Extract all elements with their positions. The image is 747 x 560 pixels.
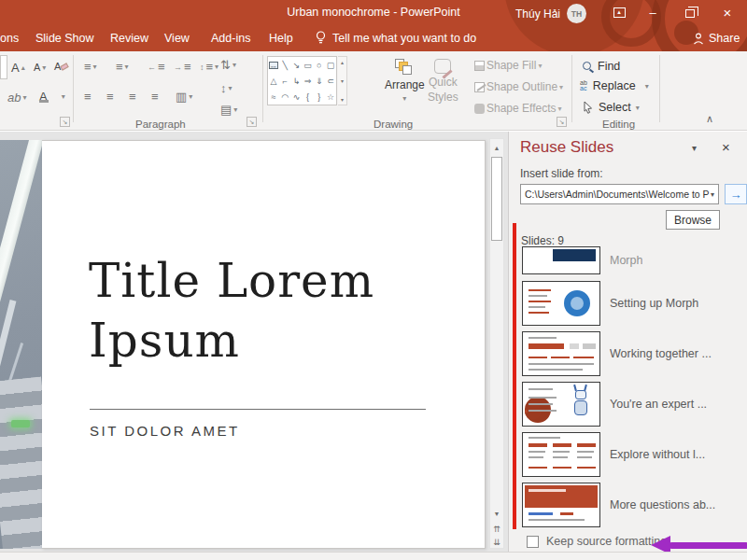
tab-slide-show[interactable]: Slide Show xyxy=(35,32,94,45)
tab-review[interactable]: Review xyxy=(110,32,148,45)
close-button[interactable]: × xyxy=(712,0,743,24)
tab-help[interactable]: Help xyxy=(269,32,293,45)
shapes-gallery-scroll[interactable]: ▴ ▾ ▾ xyxy=(338,56,347,105)
slide-subtitle[interactable]: SIT DOLOR AMET xyxy=(90,423,240,439)
keep-source-formatting-option[interactable]: Keep source formatting xyxy=(527,535,667,548)
elbow-connector-shape-icon[interactable]: ⌐ xyxy=(283,77,288,86)
elbow-arrow-connector-shape-icon[interactable]: ↳ xyxy=(293,77,301,86)
scroll-down-button[interactable]: ▼ xyxy=(490,507,503,521)
select-button[interactable]: Select ▾ xyxy=(583,101,640,114)
list-item[interactable]: Morph xyxy=(522,246,742,274)
align-center-button[interactable]: ≡ xyxy=(106,90,114,104)
shrink-font-button[interactable]: A▾ xyxy=(34,62,46,73)
line-spacing-button[interactable]: ↕≡▾ xyxy=(200,60,218,74)
slide-thumbnail[interactable] xyxy=(522,281,600,326)
slide-title[interactable]: Title Lorem Ipsum xyxy=(89,251,374,371)
clear-formatting-button[interactable]: A xyxy=(54,61,68,72)
list-item[interactable]: Setting up Morph xyxy=(522,281,742,326)
left-brace-shape-icon[interactable]: { xyxy=(306,92,309,102)
line-shape-icon[interactable]: ╲ xyxy=(283,61,288,70)
collapse-ribbon-button[interactable]: ∧ xyxy=(706,113,713,125)
text-direction-button[interactable]: ⇅▾ xyxy=(220,58,236,72)
grow-font-button[interactable]: A▴ xyxy=(11,61,25,75)
browse-button[interactable]: Browse xyxy=(666,210,720,230)
curve-shape-icon[interactable]: ∿ xyxy=(293,92,301,102)
list-item[interactable]: Working together ... xyxy=(522,331,742,376)
avatar[interactable]: TH xyxy=(567,4,586,23)
keep-source-checkbox[interactable] xyxy=(527,536,539,548)
align-left-button[interactable]: ≡ xyxy=(84,90,92,104)
decrease-indent-button[interactable]: →≡ xyxy=(148,60,165,74)
replace-button[interactable]: abac Replace ▾ xyxy=(580,79,649,92)
decrease-indent-lines-icon: ≡ xyxy=(158,60,165,74)
align-right-button[interactable]: ≡ xyxy=(129,90,136,104)
shapes-scroll-up-icon[interactable]: ▴ xyxy=(341,59,344,65)
slide-canvas[interactable]: Title Lorem Ipsum SIT DOLOR AMET xyxy=(42,140,486,549)
justify-button[interactable]: ≡ xyxy=(151,90,159,104)
slide-thumbnail[interactable] xyxy=(522,382,600,427)
share-button[interactable]: Share xyxy=(693,32,740,45)
rectangle-shape-icon[interactable]: ▭ xyxy=(303,61,312,70)
text-effects-button[interactable]: ab ▾ xyxy=(7,91,26,105)
right-brace-shape-icon[interactable]: } xyxy=(317,92,320,102)
slide-thumbnail[interactable] xyxy=(522,483,600,527)
font-partial-button[interactable] xyxy=(0,55,7,79)
scrollbar-thumb[interactable] xyxy=(491,157,502,241)
minimize-button[interactable]: – xyxy=(637,0,669,24)
shapes-scroll-down-icon[interactable]: ▾ xyxy=(341,77,344,84)
arrow-line-shape-icon[interactable]: ↘ xyxy=(293,61,301,70)
numbering-button[interactable]: ≡▾ xyxy=(116,60,129,74)
tab-add-ins[interactable]: Add-ins xyxy=(211,32,250,45)
previous-slide-button[interactable]: ⇈ xyxy=(490,522,503,536)
font-color-button[interactable]: A ▾ xyxy=(39,90,65,104)
bullets-button[interactable]: ≡▾ xyxy=(84,60,97,74)
paragraph-dialog-launcher[interactable]: ↘ xyxy=(247,117,257,127)
tab-transitions-partial[interactable]: ons xyxy=(0,32,19,45)
restore-button[interactable] xyxy=(674,0,706,24)
smartart-button[interactable]: ▤▾ xyxy=(220,103,237,117)
scroll-up-button[interactable]: ▲ xyxy=(490,141,503,155)
slide-thumbnail[interactable] xyxy=(522,331,600,376)
shape-fill-button[interactable]: Shape Fill ▾ xyxy=(474,59,542,72)
align-text-button[interactable]: ↕▾ xyxy=(220,81,233,95)
slide-stairs-image[interactable] xyxy=(0,140,42,549)
slide-scrollbar[interactable]: ▲ ▼ ⇈ ⇊ xyxy=(489,138,504,549)
quick-styles-button[interactable]: Quick Styles xyxy=(428,59,458,104)
combobox-caret-icon[interactable]: ▾ xyxy=(711,190,714,199)
insert-path-combobox[interactable]: C:\Users\Admin\Documents\Welcome to P ▾ xyxy=(520,184,719,204)
star-shape-icon[interactable]: ☆ xyxy=(327,92,334,102)
panel-close-button[interactable]: × xyxy=(722,139,730,155)
status-bar-strip xyxy=(0,552,747,560)
slide-thumbnail[interactable] xyxy=(522,246,600,274)
go-button[interactable]: → xyxy=(725,184,747,204)
slide-thumbnail[interactable] xyxy=(522,432,600,477)
shape-effects-button[interactable]: Shape Effects ▾ xyxy=(474,102,562,115)
oval-shape-icon[interactable]: ○ xyxy=(317,61,321,70)
account-area[interactable]: Thúy Hải TH xyxy=(515,4,586,23)
right-arrow-shape-icon[interactable]: ⇒ xyxy=(304,77,312,86)
triangle-shape-icon[interactable]: △ xyxy=(271,77,277,86)
text-box-shape-icon[interactable]: ≡≡ xyxy=(269,62,278,69)
ribbon-display-options-button[interactable]: ▴ xyxy=(603,0,635,24)
font-dialog-launcher[interactable]: ↘ xyxy=(60,117,70,127)
panel-options-button[interactable]: ▾ xyxy=(692,143,697,153)
tell-me-box[interactable]: Tell me what you want to do xyxy=(316,31,476,45)
rounded-rectangle-shape-icon[interactable]: ▢ xyxy=(327,61,335,70)
arc-shape-icon[interactable]: ◠ xyxy=(281,92,289,102)
drawing-dialog-launcher[interactable]: ↘ xyxy=(557,117,567,127)
list-item[interactable]: More questions ab... xyxy=(522,483,742,527)
shape-outline-button[interactable]: Shape Outline ▾ xyxy=(474,80,563,93)
find-button[interactable]: Find xyxy=(583,60,620,73)
scribble-shape-icon[interactable]: ≈ xyxy=(272,92,276,102)
partial-circle-shape-icon[interactable]: ⊂ xyxy=(327,77,334,86)
shapes-gallery[interactable]: ≡≡ ╲ ↘ ▭ ○ ▢ △ ⌐ ↳ ⇒ ⇓ ⊂ ≈ ◠ ∿ { } ☆ xyxy=(267,56,337,105)
shapes-more-icon[interactable]: ▾ xyxy=(341,96,344,103)
list-item[interactable]: Explore without l... xyxy=(522,432,742,477)
arrange-button[interactable]: Arrange ▾ xyxy=(385,59,425,103)
columns-button[interactable]: ▥▾ xyxy=(176,90,192,104)
tab-view[interactable]: View xyxy=(164,32,190,45)
down-arrow-shape-icon[interactable]: ⇓ xyxy=(316,77,323,86)
increase-indent-button[interactable]: →≡ xyxy=(174,60,191,74)
list-item[interactable]: You're an expert ... xyxy=(522,382,742,427)
next-slide-button[interactable]: ⇊ xyxy=(490,535,503,549)
